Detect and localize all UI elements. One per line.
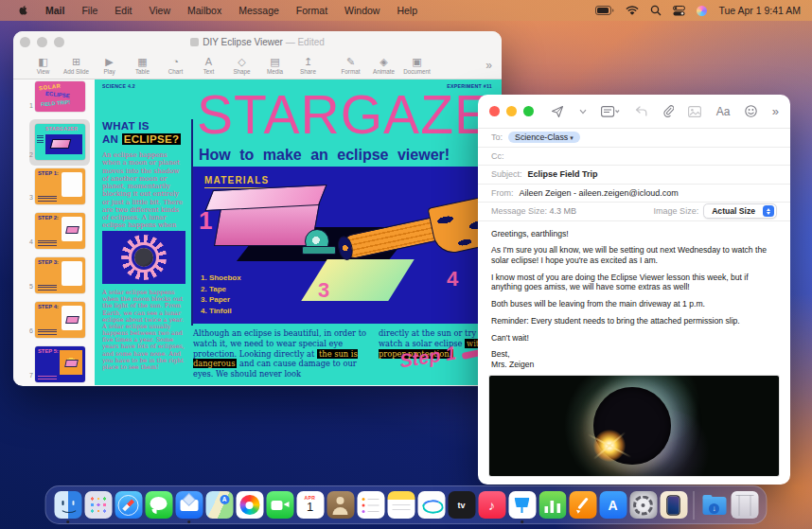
dock-item-notes[interactable] (387, 491, 415, 519)
menu-item-view[interactable]: View (140, 5, 179, 16)
message-body[interactable]: Greetings, earthlings! As I'm sure you a… (478, 221, 790, 370)
dock-item-downloads[interactable] (700, 491, 728, 519)
dock-item-keynote[interactable] (508, 491, 536, 519)
menu-item-help[interactable]: Help (388, 5, 426, 16)
edited-label: — Edited (286, 37, 325, 47)
emoji-icon[interactable] (745, 105, 757, 117)
dock-item-music[interactable]: ♪ (478, 491, 505, 519)
shape-button[interactable]: ◇Shape (225, 57, 258, 75)
window-title: DIY Eclipse Viewer — Edited (13, 37, 502, 47)
close-button[interactable] (489, 106, 500, 116)
undo-icon[interactable] (635, 106, 647, 116)
minimize-button[interactable] (506, 106, 517, 116)
apple-menu-icon[interactable] (9, 4, 37, 18)
dock-item-launchpad[interactable] (84, 491, 112, 519)
menu-item-edit[interactable]: Edit (106, 5, 140, 16)
format-button[interactable]: ✎Format (334, 57, 367, 75)
dock-item-finder[interactable] (54, 491, 81, 519)
slide-thumbnail-4[interactable]: STEP 2: (35, 213, 85, 249)
material-number-1: 1 (199, 206, 212, 236)
message-size-label: Message Size: (491, 206, 547, 216)
dock-item-messages[interactable] (145, 491, 172, 519)
maps-icon (205, 491, 233, 519)
slide-thumbnail-5[interactable]: STEP 3: (35, 257, 85, 293)
menu-bar-clock[interactable]: Tue Apr 1 9:41 AM (718, 5, 801, 16)
animate-button[interactable]: ◈Animate (367, 57, 400, 75)
image-size-select[interactable]: Actual Size (703, 203, 777, 219)
to-field[interactable]: To: Science-Class▾ (478, 129, 790, 148)
chevron-down-icon[interactable] (579, 109, 587, 115)
toolbar-overflow-chevron[interactable]: » (485, 59, 492, 72)
menu-item-window[interactable]: Window (336, 5, 388, 16)
slide-thumbnail-7[interactable]: STEP 5: (35, 346, 85, 382)
text-button[interactable]: AText (192, 57, 225, 75)
body-paragraph: I know most of you are doing the Eclipse… (491, 273, 777, 292)
numbers-icon (538, 491, 566, 519)
view-button[interactable]: ◧View (26, 57, 60, 75)
play-button[interactable]: ▶Play (93, 57, 126, 75)
reminders-icon (357, 491, 384, 519)
sun-illustration (102, 231, 185, 284)
dock-item-appstore[interactable]: A (599, 491, 627, 519)
cc-field[interactable]: Cc: (478, 148, 790, 167)
slide-thumbnail-1[interactable]: SOLAR ECLIPSE FIELD TRIP! (35, 81, 85, 112)
menu-item-format[interactable]: Format (288, 5, 336, 16)
dock-item-numbers[interactable] (538, 491, 566, 519)
slide-thumbnail-3[interactable]: STEP 1: (35, 168, 85, 204)
running-indicator (187, 520, 190, 523)
slide-heading: WHAT IS AN ECLIPSE? (102, 119, 181, 147)
keynote-icon (508, 491, 536, 519)
slide-number: 6 (25, 327, 33, 334)
system-settings-icon (629, 491, 657, 519)
dock-item-freeform[interactable] (417, 491, 445, 519)
chart-button[interactable]: ◔Chart (159, 57, 192, 75)
slide-canvas[interactable]: SCIENCE 4.2 EXPERIMENT #11 WHAT IS AN EC… (95, 79, 502, 385)
mail-compose-window: Aa » To: Science-Class▾ Cc: Subject: Ecl… (478, 95, 790, 485)
dock-item-mail[interactable] (175, 491, 203, 519)
overflow-chevrons-icon[interactable]: » (772, 104, 779, 118)
wifi-icon[interactable] (626, 6, 639, 16)
dock: APR1 tv ♪ A (45, 485, 768, 524)
thumb-materials-panel (45, 134, 82, 154)
battery-icon[interactable] (595, 6, 614, 15)
dock-item-tv[interactable]: tv (448, 491, 475, 519)
dock-item-safari[interactable] (115, 491, 142, 519)
dock-item-maps[interactable] (205, 491, 233, 519)
menu-item-file[interactable]: File (73, 5, 106, 16)
menu-item-mailbox[interactable]: Mailbox (179, 5, 230, 16)
recipient-token[interactable]: Science-Class▾ (508, 132, 580, 143)
thumb-text-lines (37, 133, 44, 143)
insert-photo-icon[interactable] (688, 106, 701, 117)
format-aa-icon[interactable]: Aa (716, 105, 731, 118)
slide-thumbnail-2-selected[interactable]: STARGAZER (35, 124, 85, 160)
dock-item-calendar[interactable]: APR1 (296, 491, 324, 519)
attach-icon[interactable] (662, 105, 674, 118)
dock-item-reminders[interactable] (357, 491, 384, 519)
send-icon[interactable] (551, 105, 564, 118)
search-icon[interactable] (650, 5, 662, 16)
menu-item-message[interactable]: Message (230, 5, 288, 16)
message-size-value: 4.3 MB (550, 206, 577, 216)
control-center-icon[interactable] (673, 6, 685, 16)
materials-list: 1. Shoebox 2. Tape 3. Paper 4. Tinfoil (201, 273, 241, 316)
menu-item-mail[interactable]: Mail (37, 5, 73, 16)
add-slide-button[interactable]: ⊞Add Slide (60, 57, 93, 75)
dock-item-settings[interactable] (629, 491, 657, 519)
slide-thumbnail-6[interactable]: STEP 4: (35, 302, 85, 338)
dock-item-photos[interactable] (236, 491, 263, 519)
dock-item-iphone-mirroring[interactable] (660, 491, 687, 519)
dock-item-facetime[interactable] (266, 491, 293, 519)
subject-field[interactable]: Subject: Eclipse Field Trip (478, 166, 790, 185)
siri-icon[interactable] (697, 6, 707, 16)
header-fields-icon[interactable] (601, 106, 620, 117)
dock-item-pages[interactable] (569, 491, 596, 519)
from-field[interactable]: From: Aileen Zeigen - aileen.zeigen@iclo… (478, 185, 790, 203)
dock-item-trash[interactable] (731, 491, 758, 519)
zoom-button[interactable] (523, 106, 534, 116)
eclipse-photo-attachment[interactable] (489, 376, 779, 476)
table-button[interactable]: ▦Table (126, 57, 159, 75)
document-button[interactable]: ▣Document (400, 57, 433, 75)
share-button[interactable]: ↥Share (291, 57, 325, 75)
media-button[interactable]: ▤Media (258, 57, 291, 75)
dock-item-contacts[interactable] (327, 491, 354, 519)
